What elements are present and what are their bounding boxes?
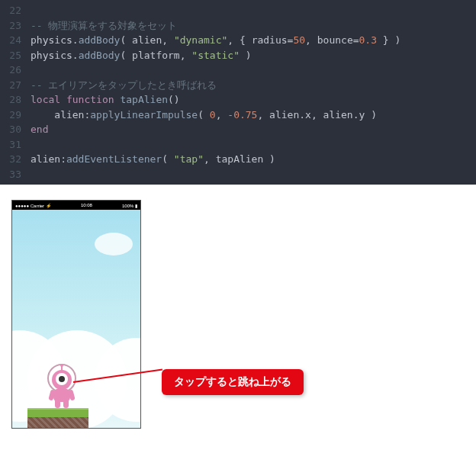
token-keyword: end: [31, 124, 48, 135]
token-punct: :: [60, 153, 66, 165]
code-line[interactable]: 33: [0, 167, 476, 182]
token-punct: [60, 94, 66, 105]
token-ident: alien: [269, 109, 299, 121]
status-bar: ●●●●● Carrier ⚡ 10:08 100% ▮: [12, 201, 140, 210]
time-label: 10:08: [81, 203, 92, 207]
token-number: 0.75: [233, 109, 257, 121]
callout-label: タップすると跳ね上がる: [162, 369, 304, 395]
token-ident: platform: [132, 50, 180, 61]
token-punct: ,: [257, 109, 269, 121]
line-content[interactable]: local function tapAlien(): [31, 92, 180, 108]
line-content[interactable]: -- エイリアンをタップしたとき呼ばれる: [31, 78, 217, 93]
code-line[interactable]: 29 alien:applyLinearImpulse( 0, -0.75, a…: [0, 108, 476, 123]
token-punct: ): [365, 109, 377, 121]
token-punct: .: [353, 109, 359, 121]
antenna-ball-icon: [60, 364, 63, 367]
code-line[interactable]: 23-- 物理演算をする対象をセット: [0, 18, 476, 34]
token-ident: physics: [31, 50, 72, 61]
token-string: "static": [191, 50, 240, 61]
code-line[interactable]: 27-- エイリアンをタップしたとき呼ばれる: [0, 78, 476, 93]
game-view[interactable]: [12, 210, 140, 429]
token-comment: -- エイリアンをタップしたとき呼ばれる: [31, 79, 217, 91]
token-punct: (: [198, 109, 210, 121]
token-punct: ,: [305, 34, 317, 46]
line-number: 22: [0, 3, 31, 18]
code-line[interactable]: 22: [0, 3, 476, 18]
token-func: addBody: [79, 34, 121, 46]
line-number: 23: [0, 18, 31, 34]
dirt-layer: [27, 417, 88, 429]
token-punct: (: [120, 34, 132, 46]
pupil-icon: [59, 376, 65, 382]
line-number: 29: [0, 108, 31, 123]
line-content[interactable]: end: [31, 122, 48, 137]
code-line[interactable]: 26: [0, 63, 476, 78]
line-content[interactable]: alien:addEventListener( "tap", tapAlien …: [31, 152, 275, 167]
code-line[interactable]: 30end: [0, 122, 476, 137]
token-func: tapAlien: [120, 94, 168, 105]
code-editor[interactable]: 2223-- 物理演算をする対象をセット24physics.addBody( a…: [0, 0, 476, 185]
token-ident: alien: [323, 109, 353, 121]
token-punct: .: [299, 109, 305, 121]
token-punct: ,: [162, 34, 174, 46]
token-keyword: function: [66, 94, 114, 105]
token-punct: ): [263, 153, 275, 165]
token-ident: alien: [132, 34, 162, 46]
phone-simulator: ●●●●● Carrier ⚡ 10:08 100% ▮: [11, 200, 141, 429]
line-number: 28: [0, 92, 31, 108]
token-punct: [31, 109, 54, 121]
token-number: 50: [293, 34, 305, 46]
line-number: 26: [0, 63, 31, 78]
alien-head: [52, 370, 72, 390]
token-ident: radius: [252, 34, 288, 46]
code-line[interactable]: 25physics.addBody( platform, "static" ): [0, 48, 476, 63]
alien-sprite[interactable]: [43, 364, 81, 408]
token-func: addEventListener: [66, 153, 162, 165]
line-content[interactable]: physics.addBody( alien, "dynamic", { rad…: [31, 33, 400, 48]
token-punct: ,: [204, 153, 216, 165]
token-punct: (: [162, 153, 174, 165]
token-punct: } ): [377, 34, 400, 46]
token-number: 0.3: [359, 34, 377, 46]
alien-leg: [55, 400, 60, 408]
token-ident: x: [305, 109, 311, 121]
code-line[interactable]: 31: [0, 137, 476, 153]
token-punct: .: [72, 50, 79, 61]
token-func: applyLinearImpulse: [90, 109, 198, 121]
line-content[interactable]: physics.addBody( platform, "static" ): [31, 48, 252, 63]
line-number: 25: [0, 48, 31, 63]
line-content[interactable]: alien:applyLinearImpulse( 0, -0.75, alie…: [31, 108, 377, 123]
line-number: 31: [0, 137, 31, 153]
line-number: 24: [0, 33, 31, 48]
token-punct: ,: [216, 109, 228, 121]
token-number: 0: [210, 109, 216, 121]
eye-icon: [56, 373, 68, 385]
token-string: "dynamic": [174, 34, 227, 46]
battery-label: 100% ▮: [122, 203, 137, 208]
carrier-label: ●●●●● Carrier ⚡: [15, 203, 51, 208]
token-punct: =: [353, 34, 359, 46]
line-number: 32: [0, 152, 31, 167]
cloud-icon: [95, 233, 133, 256]
code-line[interactable]: 28local function tapAlien(): [0, 92, 476, 108]
token-ident: bounce: [317, 34, 353, 46]
token-punct: ,: [180, 50, 192, 61]
line-number: 30: [0, 122, 31, 137]
alien-leg: [63, 400, 69, 408]
simulator-wrapper: ●●●●● Carrier ⚡ 10:08 100% ▮: [0, 200, 476, 429]
token-func: addBody: [79, 50, 121, 61]
token-ident: alien: [31, 153, 60, 165]
code-line[interactable]: 32alien:addEventListener( "tap", tapAlie…: [0, 152, 476, 167]
grass-layer: [27, 408, 88, 417]
token-orange: -: [227, 109, 233, 121]
line-content[interactable]: -- 物理演算をする対象をセット: [31, 18, 177, 34]
token-comment: -- 物理演算をする対象をセット: [31, 20, 177, 31]
token-string: "tap": [174, 153, 204, 165]
token-punct: , {: [227, 34, 251, 46]
token-ident: physics: [31, 34, 72, 46]
token-keyword: local: [31, 94, 60, 105]
line-number: 27: [0, 78, 31, 93]
line-number: 33: [0, 167, 31, 182]
code-line[interactable]: 24physics.addBody( alien, "dynamic", { r…: [0, 33, 476, 48]
token-punct: ,: [311, 109, 323, 121]
